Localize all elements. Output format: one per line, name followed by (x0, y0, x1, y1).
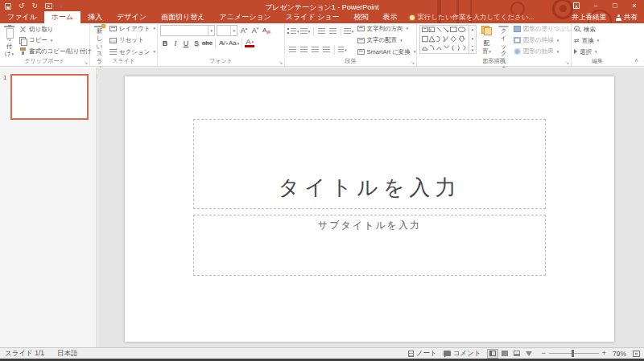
font-name-combo[interactable]: ▾ (160, 25, 215, 36)
slide-sorter-view-button[interactable] (499, 349, 510, 359)
align-right-button[interactable] (310, 44, 320, 55)
redo-icon[interactable]: ↻ (32, 2, 39, 10)
align-center-button[interactable] (299, 44, 309, 55)
tab-home[interactable]: ホーム (44, 11, 80, 23)
ribbon-display-options-button[interactable]: ∧ (567, 0, 586, 11)
reading-view-button[interactable] (511, 349, 522, 359)
font-color-button[interactable]: A▾ (245, 39, 254, 47)
shape-fill-button[interactable]: 図形の塗りつぶし▾ (514, 26, 577, 32)
drawing-dialog-launcher[interactable]: ↘ (565, 60, 569, 65)
numbering-button[interactable]: ▾ (300, 26, 311, 36)
grow-font-button[interactable]: A▴ (239, 26, 249, 36)
maximize-button[interactable]: □ (605, 0, 625, 11)
bold-button[interactable]: B (160, 38, 170, 48)
slide-canvas[interactable]: タイトルを入力 サブタイトルを入力 (125, 76, 614, 342)
shapes-gallery[interactable]: ▴ ▾ ▾ (419, 25, 477, 55)
justify-button[interactable] (321, 44, 332, 55)
character-spacing-button[interactable]: AV▾ (218, 38, 228, 48)
editing-group-label: 編集 (572, 57, 623, 65)
layout-button[interactable]: レイアウト▾ (109, 26, 155, 32)
new-slide-label: 新しい (97, 27, 103, 50)
zoom-level[interactable]: 79% (613, 350, 626, 358)
section-button[interactable]: セクション▾ (109, 49, 155, 55)
language-indicator[interactable]: 日本語 (57, 349, 78, 359)
tab-design[interactable]: デザイン (109, 11, 154, 23)
paragraph-dialog-launcher[interactable]: ↘ (411, 60, 415, 65)
reset-button[interactable]: リセット (109, 37, 155, 43)
comments-button[interactable]: コメント (444, 349, 481, 359)
columns-button[interactable]: ▾ (337, 44, 348, 55)
zoom-slider[interactable] (549, 353, 599, 354)
font-dialog-launcher[interactable]: ↘ (279, 60, 283, 65)
select-cursor-icon (574, 49, 577, 54)
save-icon[interactable] (5, 3, 11, 10)
strikethrough-button[interactable]: abc (202, 38, 213, 48)
undo-icon[interactable]: ↺ (19, 2, 25, 10)
normal-view-icon (489, 351, 496, 356)
customize-qat-icon[interactable]: ▾ (60, 4, 63, 9)
clipboard-dialog-launcher[interactable]: ↘ (84, 60, 88, 65)
share-label: 共有 (624, 13, 638, 23)
divider (341, 27, 341, 36)
replace-button[interactable]: ⇄置換▾ (574, 38, 599, 44)
zoom-out-button[interactable]: − (541, 350, 545, 357)
title-placeholder[interactable]: タイトルを入力 (193, 119, 546, 209)
copy-button[interactable]: コピー▾ (19, 37, 92, 44)
decrease-indent-button[interactable] (316, 26, 327, 36)
tab-insert[interactable]: 挿入 (80, 11, 109, 23)
notes-button[interactable]: ノート (408, 349, 437, 359)
bullets-button[interactable]: ▾ (287, 26, 299, 36)
start-slideshow-icon[interactable] (45, 3, 52, 9)
increase-indent-button[interactable] (328, 26, 338, 36)
subtitle-placeholder[interactable]: サブタイトルを入力 (193, 215, 546, 276)
close-button[interactable]: × (625, 0, 644, 11)
font-size-combo[interactable]: ▾ (217, 25, 237, 36)
quick-styles-button[interactable]: クイックスタイル▾ (497, 25, 510, 55)
tab-view[interactable]: 表示 (376, 11, 405, 23)
new-slide-button[interactable]: 新しいスライド▾ (93, 25, 106, 55)
align-left-button[interactable] (287, 44, 298, 55)
fit-slide-to-window-icon[interactable] (633, 351, 640, 357)
zoom-slider-thumb[interactable] (572, 350, 574, 357)
slideshow-view-button[interactable] (523, 349, 535, 359)
zoom-in-button[interactable]: + (602, 350, 606, 357)
arrange-button[interactable]: 配置▾ (480, 25, 493, 55)
tab-file[interactable]: ファイル (0, 11, 44, 23)
italic-button[interactable]: I (171, 38, 180, 48)
tell-me-label: 実行したい作業を入力してください... (418, 13, 535, 23)
minimize-button[interactable]: − (586, 0, 605, 11)
select-button[interactable]: 選択▾ (574, 49, 599, 55)
clear-formatting-button[interactable] (262, 26, 271, 36)
align-text-button[interactable]: 文字の配置▾ (357, 37, 416, 43)
tell-me-box[interactable]: 実行したい作業を入力してください... (410, 11, 535, 23)
paste-button[interactable]: 貼り付け▾ (2, 25, 16, 55)
shape-outline-button[interactable]: 図形の枠線▾ (514, 37, 577, 43)
find-button[interactable]: 検索 (574, 26, 599, 33)
shape-outline-label: 図形の枠線 (523, 37, 554, 43)
justify-icon (323, 47, 330, 52)
tab-transitions[interactable]: 画面切り替え (154, 11, 212, 23)
shape-effects-button[interactable]: 図形の効果▾ (514, 48, 577, 55)
format-painter-button[interactable]: 書式のコピー/貼り付け (19, 47, 92, 55)
shrink-font-button[interactable]: A▾ (250, 26, 260, 36)
slide-thumbnail[interactable] (10, 74, 89, 120)
columns-icon (338, 47, 344, 52)
view-switcher (487, 349, 535, 359)
change-case-button[interactable]: Aa▾ (229, 38, 239, 48)
slide-thumbnail-number: 1 (3, 74, 6, 81)
text-shadow-button[interactable]: S (192, 38, 201, 48)
tab-slideshow[interactable]: スライド ショー (279, 11, 347, 23)
account-name[interactable]: 井上香緒里 (572, 13, 607, 23)
text-direction-button[interactable]: 文字列の方向▾ (357, 26, 416, 32)
share-button[interactable]: 共有 (616, 13, 638, 23)
collapse-ribbon-button[interactable]: ∧ (634, 57, 638, 64)
tab-review[interactable]: 校閲 (347, 11, 376, 23)
convert-smartart-button[interactable]: SmartArt に変換▾ (357, 49, 416, 55)
cut-button[interactable]: 切り取り (19, 26, 92, 33)
normal-view-button[interactable] (487, 349, 498, 359)
underline-button[interactable]: U (181, 38, 191, 48)
tab-animations[interactable]: アニメーション (213, 11, 279, 23)
line-spacing-button[interactable]: ▾ (344, 26, 354, 36)
line-spacing-icon (344, 28, 351, 34)
gallery-scroll[interactable]: ▴ ▾ ▾ (469, 25, 477, 54)
